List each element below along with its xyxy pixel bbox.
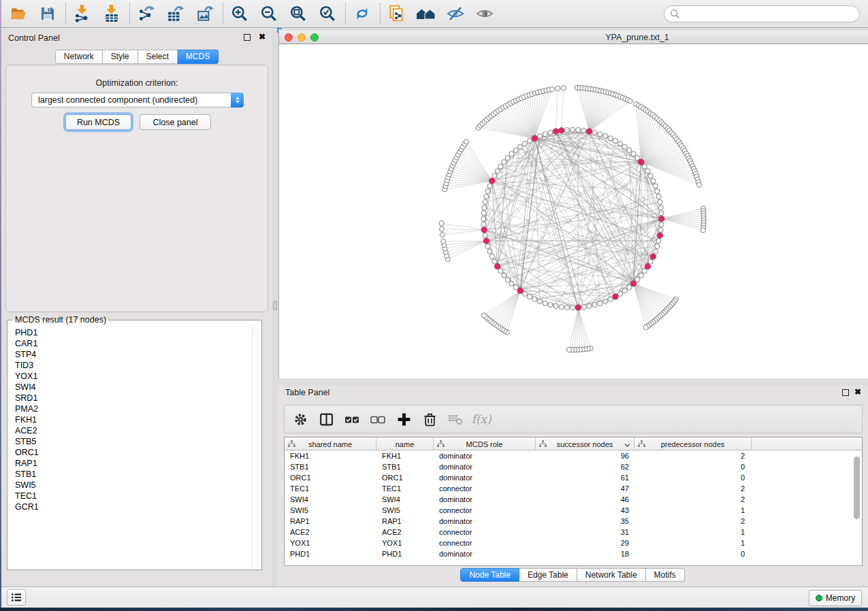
table-row[interactable]: ACE2ACE2connector311: [285, 527, 862, 538]
table-row[interactable]: SWI4SWI4dominator462: [285, 494, 862, 505]
splitter-grip[interactable]: [273, 301, 277, 310]
network-window-title: YPA_prune.txt_1: [605, 33, 669, 42]
table-row[interactable]: YOX1YOX1connector291: [285, 538, 862, 548]
refresh-icon: [353, 5, 371, 22]
zoom-in-button[interactable]: [228, 3, 251, 24]
tab-motifs[interactable]: Motifs: [646, 568, 685, 582]
add-column-button[interactable]: [393, 409, 414, 429]
export-table-button[interactable]: [164, 3, 187, 24]
zoom-fit-button[interactable]: [287, 3, 310, 24]
cell: TEC1: [285, 483, 376, 494]
tab-network-table[interactable]: Network Table: [577, 568, 646, 582]
mcds-result-item[interactable]: PHD1: [15, 327, 261, 338]
refresh-layout-button[interactable]: [351, 3, 374, 24]
mcds-result-item[interactable]: TEC1: [15, 491, 261, 501]
network-window-titlebar[interactable]: YPA_prune.txt_1: [279, 31, 868, 44]
mcds-result-item[interactable]: FKH1: [15, 414, 261, 425]
maximize-traffic-light[interactable]: [310, 33, 319, 42]
import-table-button[interactable]: [100, 3, 123, 24]
column-header-name[interactable]: name: [376, 437, 434, 450]
mcds-result-item[interactable]: RAP1: [15, 458, 261, 469]
mcds-result-title: MCDS result (17 nodes): [13, 315, 108, 325]
close-icon[interactable]: ✖: [854, 387, 861, 397]
table-row[interactable]: PHD1PHD1dominator180: [285, 548, 862, 559]
close-panel-button[interactable]: Close panel: [140, 114, 211, 130]
deselect-all-button[interactable]: [368, 409, 388, 429]
table-row[interactable]: RAP1RAP1dominator352: [285, 516, 862, 527]
delete-table-button[interactable]: [445, 409, 466, 429]
mcds-result-scrollbar[interactable]: [252, 327, 259, 567]
zoom-selected-button[interactable]: [316, 3, 339, 24]
show-columns-button[interactable]: [316, 409, 336, 429]
mcds-result-item[interactable]: ORC1: [15, 447, 261, 458]
tab-style[interactable]: Style: [103, 50, 138, 64]
mcds-result-item[interactable]: GCR1: [15, 501, 261, 512]
column-header-MCDS-role[interactable]: MCDS role: [434, 437, 536, 450]
mcds-result-item[interactable]: YOX1: [15, 371, 261, 382]
mcds-result-item[interactable]: ACE2: [15, 425, 261, 436]
mcds-result-item[interactable]: CAR1: [15, 338, 261, 349]
table-row[interactable]: SWI5SWI5connector431: [285, 505, 862, 516]
table-row[interactable]: FKH1FKH1dominator962: [285, 450, 862, 461]
function-builder-button[interactable]: f(x): [471, 409, 492, 429]
import-network-button[interactable]: [71, 3, 94, 24]
search-input[interactable]: [684, 9, 854, 20]
two-homes-icon: [416, 5, 436, 22]
hide-selected-button[interactable]: [444, 3, 467, 24]
first-neighbors-button[interactable]: [415, 3, 438, 24]
close-icon[interactable]: ✖: [259, 32, 266, 42]
table-row[interactable]: STB1STB1dominator620: [285, 461, 862, 472]
table-row[interactable]: ORC1ORC1dominator610: [285, 472, 862, 483]
cell: 62: [536, 461, 634, 472]
zoom-fit-icon: [289, 5, 307, 22]
select-all-button[interactable]: [342, 409, 362, 429]
tab-mcds[interactable]: MCDS: [178, 50, 219, 64]
tab-select[interactable]: Select: [138, 50, 178, 64]
node-table: shared namenameMCDS rolesuccessor nodesp…: [284, 437, 863, 566]
task-history-button[interactable]: [7, 589, 26, 606]
table-scrollbar[interactable]: [854, 452, 861, 563]
cell: connector: [434, 483, 536, 494]
mcds-result-list: PHD1CAR1STP4TID3YOX1SWI4SRD1PMA2FKH1ACE2…: [7, 326, 261, 512]
run-mcds-button[interactable]: Run MCDS: [65, 114, 131, 130]
minimize-traffic-light[interactable]: [298, 33, 306, 42]
memory-button[interactable]: Memory: [809, 590, 862, 606]
open-folder-icon: [9, 5, 28, 22]
tab-edge-table[interactable]: Edge Table: [519, 568, 577, 582]
float-icon[interactable]: [244, 34, 251, 41]
float-icon[interactable]: [842, 389, 849, 396]
search-box[interactable]: [664, 5, 860, 22]
delete-entries-button[interactable]: [419, 409, 440, 429]
show-all-button[interactable]: [473, 3, 496, 24]
mcds-result-item[interactable]: TID3: [15, 360, 261, 371]
mcds-result-item[interactable]: PMA2: [15, 403, 261, 414]
scrollbar-thumb[interactable]: [854, 457, 860, 519]
mcds-result-item[interactable]: STP4: [15, 349, 261, 360]
mcds-result-item[interactable]: SWI4: [15, 382, 261, 393]
network-canvas[interactable]: [279, 44, 868, 378]
tab-node-table[interactable]: Node Table: [460, 568, 519, 582]
column-label: shared name: [308, 440, 352, 448]
mcds-result-item[interactable]: SRD1: [15, 393, 261, 403]
column-label: name: [396, 440, 415, 448]
mcds-result-item[interactable]: STB5: [15, 436, 261, 447]
mcds-result-item[interactable]: STB1: [15, 469, 261, 480]
open-file-button[interactable]: [7, 3, 30, 24]
new-network-from-selection-button[interactable]: [385, 3, 408, 24]
column-header-successor-nodes[interactable]: successor nodes: [536, 437, 634, 450]
save-session-button[interactable]: [36, 3, 59, 24]
column-header-predecessor-nodes[interactable]: predecessor nodes: [634, 437, 752, 450]
column-header-shared-name[interactable]: shared name: [285, 437, 376, 450]
export-network-button[interactable]: [135, 3, 158, 24]
export-image-button[interactable]: [193, 3, 216, 24]
optimization-criterion-dropdown[interactable]: largest connected component (undirected): [31, 93, 244, 108]
tab-network[interactable]: Network: [55, 50, 103, 64]
table-settings-button[interactable]: [290, 409, 310, 429]
toolbar-separator: [223, 3, 223, 24]
close-traffic-light[interactable]: [285, 33, 293, 42]
network-graph[interactable]: [279, 44, 868, 378]
mcds-result-item[interactable]: SWI5: [15, 480, 261, 491]
table-panel-title: Table Panel: [285, 388, 329, 397]
zoom-out-button[interactable]: [257, 3, 280, 24]
table-row[interactable]: TEC1TEC1connector472: [285, 483, 862, 494]
